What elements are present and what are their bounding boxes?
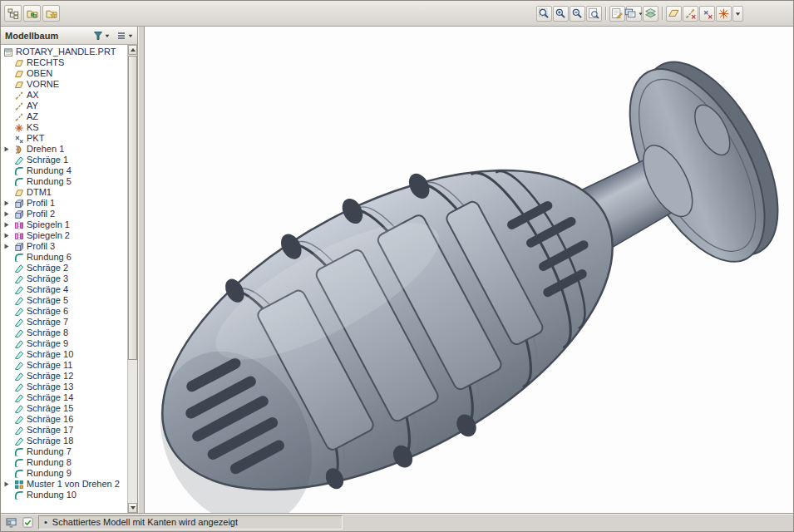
extrude-icon [13, 209, 24, 219]
tree-item-label: OBEN [27, 68, 52, 79]
tree-item-schrage-16[interactable]: Schräge 16 [1, 414, 127, 425]
datum-points-toggle[interactable] [699, 6, 715, 22]
tree-item-rundung-9[interactable]: Rundung 9 [1, 468, 127, 479]
tree-item-schrage-11[interactable]: Schräge 11 [1, 360, 127, 371]
tree-item-rundung-5[interactable]: Rundung 5 [1, 176, 127, 187]
tree-item-schrage-9[interactable]: Schräge 9 [1, 338, 127, 349]
draft-icon [13, 155, 24, 165]
panel-splitter[interactable] [138, 27, 145, 513]
tree-item-profil-2[interactable]: Profil 2 [1, 209, 127, 219]
tree-filter-button[interactable] [91, 29, 112, 42]
round-icon [13, 469, 24, 479]
expand-arrow-icon[interactable] [2, 232, 13, 239]
tree-item-drehen-1[interactable]: Drehen 1 [1, 144, 127, 155]
tree-item-rundung-10[interactable]: Rundung 10 [1, 490, 127, 500]
tree-item-ay[interactable]: AY [1, 101, 127, 111]
tree-item-rechts[interactable]: RECHTS [1, 57, 127, 68]
folder-browser-tab[interactable] [23, 5, 41, 22]
tree-item-rotary-handle-prt[interactable]: ROTARY_HANDLE.PRT [1, 47, 127, 57]
tree-item-schrage-5[interactable]: Schräge 5 [1, 295, 127, 306]
round-icon [13, 458, 24, 468]
tree-item-label: Rundung 5 [27, 176, 72, 187]
navigator-tabs [1, 5, 60, 22]
model-tree-tab[interactable] [4, 5, 22, 22]
draft-icon [13, 318, 24, 328]
scroll-up-button[interactable] [128, 45, 137, 55]
tree-item-label: Rundung 4 [27, 165, 72, 176]
graphics-viewport[interactable] [145, 27, 793, 513]
filter-icon [93, 31, 103, 41]
draft-icon [13, 264, 24, 273]
caret-down-icon [127, 32, 134, 39]
expand-arrow-icon[interactable] [2, 480, 13, 488]
expand-arrow-icon[interactable] [2, 221, 13, 229]
tree-item-muster-1-von-drehen-2[interactable]: Muster 1 von Drehen 2 [1, 479, 127, 490]
datum-axes-toggle[interactable] [683, 6, 698, 22]
tree-item-oben[interactable]: OBEN [1, 68, 127, 79]
tree-item-schrage-3[interactable]: Schräge 3 [1, 273, 127, 284]
rotary-handle-model [145, 27, 793, 513]
status-message: Schattiertes Modell mit Kanten wird ange… [52, 516, 238, 529]
expand-arrow-icon[interactable] [2, 200, 13, 207]
tree-item-schrage-15[interactable]: Schräge 15 [1, 403, 127, 414]
tree-item-label: Muster 1 von Drehen 2 [27, 479, 120, 490]
scroll-down-button[interactable] [128, 503, 137, 513]
tree-item-ks[interactable]: KS [1, 122, 127, 133]
tree-item-az[interactable]: AZ [1, 111, 127, 122]
favorites-tab[interactable] [42, 5, 60, 22]
tree-item-dtm1[interactable]: DTM1 [1, 187, 127, 198]
tree-item-label: Rundung 7 [27, 446, 72, 457]
tree-item-schrage-18[interactable]: Schräge 18 [1, 436, 127, 446]
tree-item-label: Schräge 11 [27, 360, 72, 371]
refit-button[interactable] [586, 6, 602, 22]
tree-item-schrage-12[interactable]: Schräge 12 [1, 371, 127, 382]
model-tree-header: Modellbaum [1, 27, 137, 45]
expand-arrow-icon[interactable] [2, 145, 13, 153]
draft-icon [13, 274, 24, 284]
tree-item-schrage-14[interactable]: Schräge 14 [1, 392, 127, 403]
mirror-icon [13, 231, 24, 241]
zoom-in-button[interactable] [553, 6, 569, 22]
csys-toggle[interactable] [716, 6, 732, 22]
list-settings-icon [116, 31, 126, 41]
tree-item-profil-1[interactable]: Profil 1 [1, 198, 127, 209]
tree-settings-button[interactable] [115, 29, 136, 42]
scrollbar-thumb[interactable] [128, 56, 137, 360]
tree-item-schrage-13[interactable]: Schräge 13 [1, 382, 127, 392]
tree-item-rundung-8[interactable]: Rundung 8 [1, 457, 127, 468]
tree-item-label: Profil 1 [27, 198, 55, 209]
tree-item-schrage-8[interactable]: Schräge 8 [1, 328, 127, 338]
expand-arrow-icon[interactable] [2, 210, 13, 218]
tree-scrollbar[interactable] [127, 45, 137, 513]
toolbar-overflow-button[interactable] [732, 6, 743, 22]
saved-views-button[interactable] [626, 6, 642, 22]
datum-point-display-icon [701, 7, 713, 20]
tree-item-schrage-2[interactable]: Schräge 2 [1, 263, 127, 273]
tree-item-pkt[interactable]: PKT [1, 133, 127, 144]
datum-planes-toggle[interactable] [666, 6, 682, 22]
tree-item-spiegeln-2[interactable]: Spiegeln 2 [1, 230, 127, 241]
expand-arrow-icon[interactable] [2, 243, 13, 250]
draft-icon [13, 339, 24, 349]
tree-item-schrage-10[interactable]: Schräge 10 [1, 349, 127, 360]
layers-button[interactable] [643, 6, 658, 22]
tree-item-label: PKT [27, 133, 44, 144]
tree-item-schrage-1[interactable]: Schräge 1 [1, 155, 127, 165]
tree-item-schrage-17[interactable]: Schräge 17 [1, 425, 127, 436]
browser-toggle-button[interactable] [3, 515, 18, 530]
tree-item-vorne[interactable]: VORNE [1, 79, 127, 90]
tree-item-schrage-7[interactable]: Schräge 7 [1, 317, 127, 328]
tree-item-profil-3[interactable]: Profil 3 [1, 241, 127, 252]
tree-item-spiegeln-1[interactable]: Spiegeln 1 [1, 219, 127, 230]
tree-item-rundung-7[interactable]: Rundung 7 [1, 446, 127, 457]
tree-item-rundung-6[interactable]: Rundung 6 [1, 252, 127, 263]
model-tree-container: ROTARY_HANDLE.PRTRECHTSOBENVORNEAXAYAZKS… [1, 45, 137, 513]
tree-item-rundung-4[interactable]: Rundung 4 [1, 165, 127, 176]
tree-item-ax[interactable]: AX [1, 90, 127, 101]
regen-status-indicator[interactable] [20, 515, 35, 530]
zoom-window-button[interactable] [536, 6, 552, 22]
repaint-button[interactable] [609, 6, 625, 22]
zoom-out-button[interactable] [570, 6, 585, 22]
tree-item-schrage-4[interactable]: Schräge 4 [1, 284, 127, 295]
tree-item-schrage-6[interactable]: Schräge 6 [1, 306, 127, 317]
